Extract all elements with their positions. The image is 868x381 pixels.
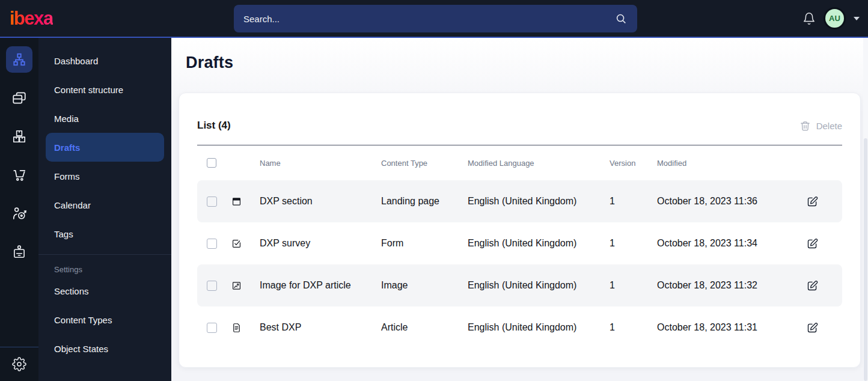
content-structure-icon [6, 46, 32, 73]
user-menu-caret-icon[interactable] [854, 17, 860, 20]
cell-version: 1 [610, 322, 657, 333]
content-cards-icon [6, 85, 32, 111]
menu-item-media[interactable]: Media [46, 104, 164, 133]
search-icon[interactable] [614, 12, 628, 25]
table-row[interactable]: Image for DXP article Image English (Uni… [197, 264, 842, 306]
rail-item-people[interactable] [0, 233, 38, 271]
select-all-checkbox[interactable] [207, 158, 216, 168]
col-modified: Modified [657, 159, 806, 168]
cell-language: English (United Kingdom) [468, 196, 610, 207]
cell-modified: October 18, 2023 11:36 [657, 196, 806, 207]
menu-item-calendar[interactable]: Calendar [46, 190, 164, 219]
page-title: Drafts [186, 53, 861, 72]
ibexa-logo[interactable]: ibexa [10, 9, 53, 28]
article-icon [231, 322, 260, 334]
cell-version: 1 [610, 238, 657, 249]
delete-button[interactable]: Delete [799, 120, 842, 132]
cell-language: English (United Kingdom) [468, 280, 610, 291]
rail-item-admin[interactable] [0, 347, 38, 381]
list-count-title: List (4) [197, 120, 231, 132]
row-checkbox[interactable] [207, 197, 217, 207]
search-input[interactable] [243, 14, 614, 24]
menu-item-forms[interactable]: Forms [46, 162, 164, 190]
image-icon [231, 280, 260, 291]
cell-modified: October 18, 2023 11:34 [657, 238, 806, 249]
drafts-table: Name Content Type Modified Language Vers… [197, 145, 842, 349]
delete-button-label: Delete [816, 121, 842, 131]
cell-version: 1 [610, 280, 657, 291]
menu-item-drafts[interactable]: Drafts [46, 133, 164, 162]
cell-version: 1 [610, 196, 657, 207]
row-checkbox[interactable] [207, 281, 217, 291]
menu-item-content-types[interactable]: Content Types [46, 305, 164, 334]
menu-item-tags[interactable]: Tags [46, 219, 164, 248]
table-header-row: Name Content Type Modified Language Vers… [197, 145, 842, 180]
cell-modified: October 18, 2023 11:31 [657, 322, 806, 333]
cell-language: English (United Kingdom) [468, 238, 610, 249]
menu-item-dashboard[interactable]: Dashboard [46, 46, 164, 75]
menu-divider [38, 254, 171, 255]
cell-name[interactable]: DXP section [260, 196, 381, 207]
main-content: Drafts List (4) Delete Name Content Type [171, 38, 868, 381]
col-version: Version [610, 159, 657, 168]
icon-rail [0, 38, 38, 381]
row-checkbox[interactable] [207, 323, 217, 333]
cell-language: English (United Kingdom) [468, 322, 610, 333]
cell-name[interactable]: DXP survey [260, 238, 381, 249]
product-catalog-icon [6, 123, 32, 150]
id-badge-icon [6, 239, 32, 265]
menu-item-content-structure[interactable]: Content structure [46, 75, 164, 104]
table-row[interactable]: DXP section Landing page English (United… [197, 180, 842, 222]
col-modified-language: Modified Language [468, 159, 610, 168]
nav-menu: Dashboard Content structure Media Drafts… [38, 38, 171, 381]
landing-page-icon [231, 196, 260, 207]
edit-button[interactable] [806, 237, 842, 250]
global-search[interactable] [234, 5, 637, 32]
edit-button[interactable] [806, 279, 842, 292]
rail-item-content[interactable] [0, 40, 38, 79]
row-checkbox[interactable] [207, 239, 217, 249]
rail-item-commerce[interactable] [0, 156, 38, 194]
scrollbar-thumb[interactable] [864, 138, 867, 381]
cell-content-type: Landing page [381, 196, 468, 207]
col-content-type: Content Type [381, 159, 468, 168]
edit-button[interactable] [806, 195, 842, 208]
vertical-scrollbar[interactable] [863, 38, 868, 381]
cell-content-type: Image [381, 280, 468, 291]
commerce-cart-icon [6, 162, 32, 188]
rail-item-product-catalog[interactable] [0, 117, 38, 156]
settings-section-label: Settings [46, 262, 164, 276]
col-name: Name [260, 159, 381, 168]
customer-target-icon [6, 200, 32, 227]
drafts-card: List (4) Delete Name Content Type Modifi… [179, 93, 861, 368]
edit-button[interactable] [806, 322, 842, 334]
form-icon [231, 238, 260, 249]
cell-content-type: Article [381, 322, 468, 333]
cell-name[interactable]: Best DXP [260, 322, 381, 333]
menu-item-object-states[interactable]: Object States [46, 334, 164, 363]
topbar: ibexa AU [0, 0, 868, 38]
trash-icon [799, 120, 811, 132]
cell-content-type: Form [381, 238, 468, 249]
table-row[interactable]: DXP survey Form English (United Kingdom)… [197, 222, 842, 264]
table-row[interactable]: Best DXP Article English (United Kingdom… [197, 306, 842, 349]
rail-item-pages[interactable] [0, 79, 38, 117]
gear-icon [12, 357, 26, 371]
user-avatar[interactable]: AU [825, 9, 844, 28]
cell-name[interactable]: Image for DXP article [260, 280, 381, 291]
notifications-bell-icon[interactable] [802, 12, 816, 25]
cell-modified: October 18, 2023 11:32 [657, 280, 806, 291]
menu-item-sections[interactable]: Sections [46, 276, 164, 305]
rail-item-customer[interactable] [0, 194, 38, 233]
